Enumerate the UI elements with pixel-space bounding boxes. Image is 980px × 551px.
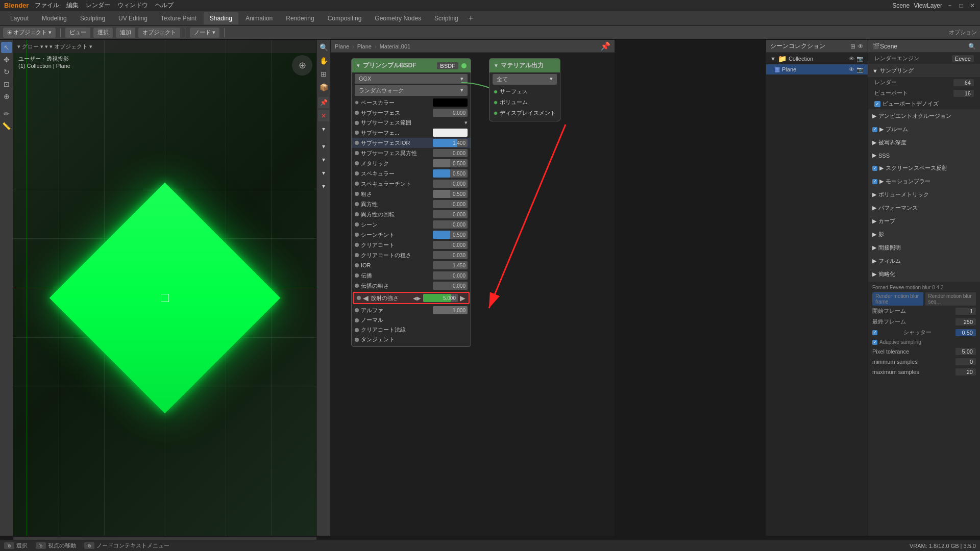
- performance-header[interactable]: ▶ パフォーマンス: [868, 202, 980, 214]
- tab-animation[interactable]: Animation: [239, 12, 279, 24]
- nav-gizmo[interactable]: ⊕: [292, 55, 312, 76]
- film-header[interactable]: ▶ フィルム: [868, 255, 980, 267]
- search-icon[interactable]: 🔍: [968, 43, 976, 50]
- tab-compositing[interactable]: Compositing: [322, 12, 368, 24]
- end-frame-value[interactable]: 250: [955, 318, 976, 325]
- render-motion-blur-frame-btn[interactable]: Render motion blur frame: [872, 292, 923, 306]
- collection-eye-icon[interactable]: 👁: [849, 56, 854, 62]
- hide-icon[interactable]: 👁: [857, 43, 864, 50]
- expand-button-5[interactable]: ▾: [318, 181, 329, 192]
- tab-layout[interactable]: Layout: [4, 12, 35, 24]
- options-label[interactable]: オプション: [949, 29, 977, 36]
- indirect-header[interactable]: ▶ 間接照明: [868, 241, 980, 254]
- breadcrumb-plane1[interactable]: Plane: [335, 43, 349, 49]
- clearcoat-roughness-value[interactable]: 0.030: [433, 251, 468, 259]
- close-button[interactable]: ✕: [969, 2, 976, 9]
- node-toggle[interactable]: ▼: [356, 63, 361, 68]
- transmission-value[interactable]: 0.000: [433, 271, 468, 280]
- move-tool[interactable]: ✥: [1, 54, 12, 65]
- measure-tool[interactable]: 📏: [1, 120, 12, 132]
- anisotropy-rotation-value[interactable]: 0.000: [433, 210, 468, 218]
- plane-eye-icon[interactable]: 👁: [849, 66, 854, 72]
- min-samples-value[interactable]: 0: [955, 358, 976, 365]
- specular-tint-value[interactable]: 0.000: [433, 180, 468, 188]
- base-color-swatch[interactable]: [433, 98, 468, 107]
- minimize-button[interactable]: －: [946, 2, 953, 9]
- render-samples-value[interactable]: 64: [953, 79, 974, 86]
- max-samples-value[interactable]: 20: [955, 368, 976, 375]
- tab-scripting[interactable]: Scripting: [428, 12, 464, 24]
- collection-label[interactable]: Collection: [789, 56, 813, 62]
- collection-render-icon[interactable]: 📷: [856, 56, 864, 62]
- sampling-header[interactable]: ▼ サンプリング: [868, 64, 980, 77]
- menu-edit[interactable]: 編集: [66, 1, 79, 10]
- tab-texture-paint[interactable]: Texture Paint: [155, 12, 203, 24]
- subsurface-method-dropdown[interactable]: ランダムウォーク▾: [352, 85, 471, 97]
- shutter-value[interactable]: 0.50: [955, 329, 976, 336]
- node-tool-1[interactable]: 🔍: [318, 42, 329, 53]
- pin-button[interactable]: 📌: [318, 97, 329, 108]
- node-tool-2[interactable]: ✋: [318, 55, 329, 66]
- plane-label[interactable]: Plane: [782, 66, 796, 72]
- scale-tool[interactable]: ⊡: [1, 79, 12, 90]
- output-mode-dropdown[interactable]: 全て▾: [489, 72, 560, 86]
- expand-button-3[interactable]: ▾: [318, 154, 329, 165]
- menu-window[interactable]: ウィンドウ: [117, 1, 148, 10]
- annotate-tool[interactable]: ✏: [1, 108, 12, 119]
- dof-header[interactable]: ▶ 被写界深度: [868, 136, 980, 149]
- anisotropy-value[interactable]: 0.000: [433, 200, 468, 208]
- view-menu[interactable]: ビュー: [65, 28, 90, 38]
- expand-button-4[interactable]: ▾: [318, 167, 329, 179]
- tab-modeling[interactable]: Modeling: [36, 12, 73, 24]
- render-engine-value[interactable]: Eevee: [952, 55, 974, 62]
- mode-selector[interactable]: ⊞ オブジェクト ▾: [3, 28, 56, 38]
- select-tool[interactable]: ↖: [1, 42, 12, 53]
- roughness-value[interactable]: 0.500: [433, 190, 468, 198]
- tab-sculpting[interactable]: Sculpting: [74, 12, 111, 24]
- alpha-value[interactable]: 1.000: [433, 306, 468, 314]
- ior-value[interactable]: 1.450: [433, 261, 468, 269]
- collection-item-plane[interactable]: ▦ Plane 👁 📷: [766, 64, 868, 74]
- expand-button[interactable]: ▾: [318, 123, 329, 135]
- tab-shading[interactable]: Shading: [204, 12, 238, 24]
- bloom-header[interactable]: ✓ ▶ ブルーム: [868, 123, 980, 136]
- node-tool-3[interactable]: ⊞: [318, 68, 329, 80]
- object-menu[interactable]: オブジェクト: [138, 28, 180, 38]
- pin-icon[interactable]: 📌: [600, 41, 610, 51]
- subsurface-value[interactable]: 0.000: [433, 109, 468, 117]
- metallic-value[interactable]: 0.500: [433, 159, 468, 167]
- ssr-header[interactable]: ✓ ▶ スクリーンスペース反射: [868, 162, 980, 174]
- simplify-header[interactable]: ▶ 簡略化: [868, 268, 980, 281]
- maximize-button[interactable]: □: [958, 2, 965, 9]
- distribution-dropdown[interactable]: GGX▾: [352, 72, 471, 85]
- menu-render[interactable]: レンダー: [86, 1, 110, 10]
- pixel-tolerance-value[interactable]: 5.00: [955, 348, 976, 355]
- select-menu[interactable]: 選択: [93, 28, 113, 38]
- menu-file[interactable]: ファイル: [35, 1, 59, 10]
- subsurface-ior-value[interactable]: 1.400: [433, 139, 468, 147]
- node-menu[interactable]: ノード ▾: [190, 28, 219, 38]
- shadows-header[interactable]: ▶ 影: [868, 228, 980, 241]
- plane-render-icon[interactable]: 📷: [856, 66, 864, 73]
- subsurface-color-swatch[interactable]: [433, 129, 468, 137]
- breadcrumb-material[interactable]: Material.001: [380, 43, 411, 49]
- start-frame-value[interactable]: 1: [955, 308, 976, 315]
- title-bar-menu[interactable]: ファイル 編集 レンダー ウィンドウ ヘルプ: [35, 1, 174, 10]
- sheen-value[interactable]: 0.000: [433, 220, 468, 229]
- sss-header[interactable]: ▶ SSS: [868, 149, 980, 161]
- emission-strength-row[interactable]: ◀ 放射の強さ ◀▶ 5.000 ▶: [353, 292, 470, 304]
- expand-button-2[interactable]: ▾: [318, 141, 329, 152]
- transmission-roughness-value[interactable]: 0.000: [433, 282, 468, 290]
- volumetric-header[interactable]: ▶ ボリューメトリック: [868, 188, 980, 201]
- subsurface-range-row[interactable]: サブサーフェス範囲 ▾: [352, 118, 471, 128]
- render-motion-blur-seq-btn[interactable]: Render motion blur seq...: [925, 292, 976, 306]
- ambient-occlusion-header[interactable]: ▶ アンビエントオクルージョン: [868, 110, 980, 122]
- filter-icon[interactable]: ⊞: [850, 43, 855, 50]
- add-menu[interactable]: 追加: [116, 28, 135, 38]
- subsurface-aniso-value[interactable]: 0.000: [433, 149, 468, 157]
- adaptive-sampling-checkbox[interactable]: ✓ Adaptive sampling: [872, 339, 976, 345]
- node-tool-4[interactable]: 📦: [318, 82, 329, 93]
- tab-rendering[interactable]: Rendering: [280, 12, 320, 24]
- emission-strength-value[interactable]: 5.000: [423, 294, 458, 302]
- viewport-samples-value[interactable]: 16: [953, 90, 974, 97]
